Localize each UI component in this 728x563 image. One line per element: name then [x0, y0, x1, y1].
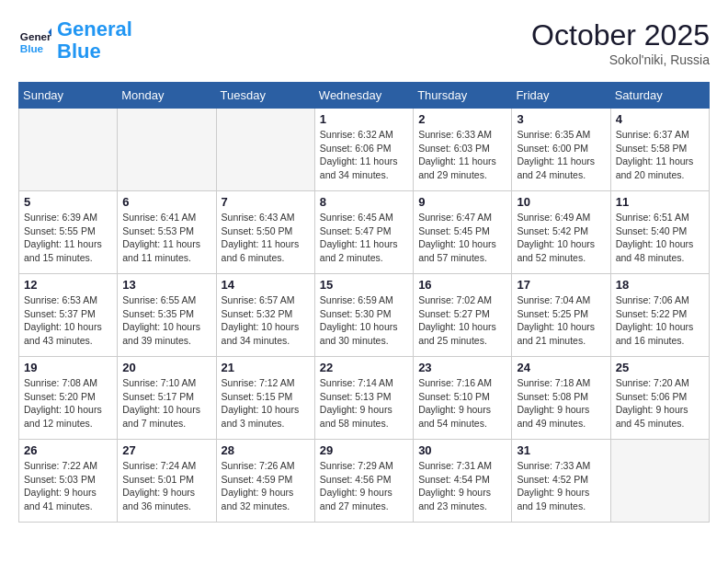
day-info: Sunrise: 6:37 AMSunset: 5:58 PMDaylight:…	[616, 128, 704, 182]
calendar-cell: 6Sunrise: 6:41 AMSunset: 5:53 PMDaylight…	[118, 191, 216, 274]
day-info: Sunrise: 7:24 AMSunset: 5:01 PMDaylight:…	[122, 459, 210, 513]
day-info: Sunrise: 7:16 AMSunset: 5:10 PMDaylight:…	[418, 376, 506, 431]
calendar-cell: 17Sunrise: 7:04 AMSunset: 5:25 PMDayligh…	[512, 274, 610, 357]
logo-line2: Blue	[57, 40, 101, 63]
calendar-cell: 20Sunrise: 7:10 AMSunset: 5:17 PMDayligh…	[118, 357, 216, 440]
day-number: 25	[616, 361, 704, 374]
day-number: 28	[222, 443, 310, 457]
day-number: 24	[517, 361, 605, 374]
calendar-cell: 31Sunrise: 7:33 AMSunset: 4:52 PMDayligh…	[512, 440, 610, 523]
day-info: Sunrise: 7:26 AMSunset: 4:59 PMDaylight:…	[222, 459, 310, 513]
day-number: 10	[517, 195, 605, 209]
calendar-cell: 1Sunrise: 6:32 AMSunset: 6:06 PMDaylight…	[314, 109, 413, 191]
weekday-header: Sunday	[19, 83, 118, 109]
calendar-cell: 4Sunrise: 6:37 AMSunset: 5:58 PMDaylight…	[610, 109, 709, 191]
day-info: Sunrise: 7:14 AMSunset: 5:13 PMDaylight:…	[320, 376, 408, 431]
day-number: 30	[418, 443, 506, 457]
weekday-header: Thursday	[414, 83, 512, 109]
day-info: Sunrise: 6:47 AMSunset: 5:45 PMDaylight:…	[418, 211, 506, 265]
logo-icon: General Blue	[18, 24, 51, 57]
calendar-cell: 11Sunrise: 6:51 AMSunset: 5:40 PMDayligh…	[610, 191, 709, 274]
logo: General Blue General Blue	[18, 18, 132, 63]
calendar-cell: 2Sunrise: 6:33 AMSunset: 6:03 PMDaylight…	[414, 109, 512, 191]
title-block: October 2025 Sokol'niki, Russia	[531, 18, 710, 67]
day-info: Sunrise: 6:33 AMSunset: 6:03 PMDaylight:…	[418, 128, 506, 182]
week-row: 5Sunrise: 6:39 AMSunset: 5:55 PMDaylight…	[19, 191, 710, 274]
day-number: 23	[418, 361, 506, 374]
day-number: 26	[24, 443, 112, 457]
calendar-cell: 3Sunrise: 6:35 AMSunset: 6:00 PMDaylight…	[512, 109, 610, 191]
day-info: Sunrise: 6:53 AMSunset: 5:37 PMDaylight:…	[24, 293, 112, 348]
day-info: Sunrise: 6:55 AMSunset: 5:35 PMDaylight:…	[122, 293, 210, 348]
day-info: Sunrise: 7:12 AMSunset: 5:15 PMDaylight:…	[222, 376, 310, 431]
page-header: General Blue General Blue October 2025 S…	[18, 18, 710, 67]
day-info: Sunrise: 6:43 AMSunset: 5:50 PMDaylight:…	[222, 211, 310, 265]
day-number: 12	[24, 278, 112, 292]
calendar-cell: 16Sunrise: 7:02 AMSunset: 5:27 PMDayligh…	[414, 274, 512, 357]
day-info: Sunrise: 7:02 AMSunset: 5:27 PMDaylight:…	[418, 293, 506, 348]
day-info: Sunrise: 6:35 AMSunset: 6:00 PMDaylight:…	[517, 128, 605, 182]
calendar-cell: 23Sunrise: 7:16 AMSunset: 5:10 PMDayligh…	[414, 357, 512, 440]
calendar-cell: 24Sunrise: 7:18 AMSunset: 5:08 PMDayligh…	[512, 357, 610, 440]
day-number: 1	[320, 112, 408, 126]
calendar-cell: 12Sunrise: 6:53 AMSunset: 5:37 PMDayligh…	[19, 274, 118, 357]
day-info: Sunrise: 7:20 AMSunset: 5:06 PMDaylight:…	[616, 376, 704, 431]
day-info: Sunrise: 6:57 AMSunset: 5:32 PMDaylight:…	[222, 293, 310, 348]
day-info: Sunrise: 7:29 AMSunset: 4:56 PMDaylight:…	[320, 459, 408, 513]
calendar-cell: 28Sunrise: 7:26 AMSunset: 4:59 PMDayligh…	[216, 440, 314, 523]
day-number: 4	[616, 112, 704, 126]
day-info: Sunrise: 6:51 AMSunset: 5:40 PMDaylight:…	[616, 211, 704, 265]
day-number: 27	[122, 443, 210, 457]
day-info: Sunrise: 6:59 AMSunset: 5:30 PMDaylight:…	[320, 293, 408, 348]
calendar-cell: 21Sunrise: 7:12 AMSunset: 5:15 PMDayligh…	[216, 357, 314, 440]
day-number: 8	[320, 195, 408, 209]
week-row: 12Sunrise: 6:53 AMSunset: 5:37 PMDayligh…	[19, 274, 710, 357]
calendar-cell	[216, 109, 314, 191]
week-row: 19Sunrise: 7:08 AMSunset: 5:20 PMDayligh…	[19, 357, 710, 440]
day-number: 20	[122, 361, 210, 374]
day-info: Sunrise: 6:32 AMSunset: 6:06 PMDaylight:…	[320, 128, 408, 182]
calendar-cell: 10Sunrise: 6:49 AMSunset: 5:42 PMDayligh…	[512, 191, 610, 274]
logo-text: General Blue	[57, 18, 132, 63]
logo-line1: General	[57, 17, 132, 40]
weekday-header: Monday	[118, 83, 216, 109]
day-info: Sunrise: 7:33 AMSunset: 4:52 PMDaylight:…	[517, 459, 605, 513]
day-number: 21	[222, 361, 310, 374]
calendar-cell	[19, 109, 118, 191]
calendar-cell: 8Sunrise: 6:45 AMSunset: 5:47 PMDaylight…	[314, 191, 413, 274]
calendar-cell: 7Sunrise: 6:43 AMSunset: 5:50 PMDaylight…	[216, 191, 314, 274]
day-info: Sunrise: 7:04 AMSunset: 5:25 PMDaylight:…	[517, 293, 605, 348]
weekday-header-row: SundayMondayTuesdayWednesdayThursdayFrid…	[19, 83, 710, 109]
day-number: 7	[222, 195, 310, 209]
day-info: Sunrise: 7:06 AMSunset: 5:22 PMDaylight:…	[616, 293, 704, 348]
calendar-cell: 25Sunrise: 7:20 AMSunset: 5:06 PMDayligh…	[610, 357, 709, 440]
week-row: 26Sunrise: 7:22 AMSunset: 5:03 PMDayligh…	[19, 440, 710, 523]
day-number: 3	[517, 112, 605, 126]
calendar-cell: 27Sunrise: 7:24 AMSunset: 5:01 PMDayligh…	[118, 440, 216, 523]
day-number: 9	[418, 195, 506, 209]
calendar-cell: 18Sunrise: 7:06 AMSunset: 5:22 PMDayligh…	[610, 274, 709, 357]
svg-text:Blue: Blue	[20, 42, 44, 54]
calendar-cell	[118, 109, 216, 191]
calendar-cell: 22Sunrise: 7:14 AMSunset: 5:13 PMDayligh…	[314, 357, 413, 440]
weekday-header: Wednesday	[314, 83, 413, 109]
day-number: 6	[122, 195, 210, 209]
calendar-cell: 9Sunrise: 6:47 AMSunset: 5:45 PMDaylight…	[414, 191, 512, 274]
calendar-cell: 30Sunrise: 7:31 AMSunset: 4:54 PMDayligh…	[414, 440, 512, 523]
day-number: 14	[222, 278, 310, 292]
day-info: Sunrise: 6:41 AMSunset: 5:53 PMDaylight:…	[122, 211, 210, 265]
day-number: 15	[320, 278, 408, 292]
calendar-cell: 29Sunrise: 7:29 AMSunset: 4:56 PMDayligh…	[314, 440, 413, 523]
weekday-header: Saturday	[610, 83, 709, 109]
calendar-cell: 5Sunrise: 6:39 AMSunset: 5:55 PMDaylight…	[19, 191, 118, 274]
week-row: 1Sunrise: 6:32 AMSunset: 6:06 PMDaylight…	[19, 109, 710, 191]
month-title: October 2025	[531, 18, 710, 52]
day-number: 18	[616, 278, 704, 292]
day-info: Sunrise: 7:08 AMSunset: 5:20 PMDaylight:…	[24, 376, 112, 431]
day-number: 17	[517, 278, 605, 292]
day-number: 16	[418, 278, 506, 292]
day-info: Sunrise: 6:49 AMSunset: 5:42 PMDaylight:…	[517, 211, 605, 265]
calendar-cell: 19Sunrise: 7:08 AMSunset: 5:20 PMDayligh…	[19, 357, 118, 440]
day-number: 19	[24, 361, 112, 374]
day-info: Sunrise: 6:45 AMSunset: 5:47 PMDaylight:…	[320, 211, 408, 265]
